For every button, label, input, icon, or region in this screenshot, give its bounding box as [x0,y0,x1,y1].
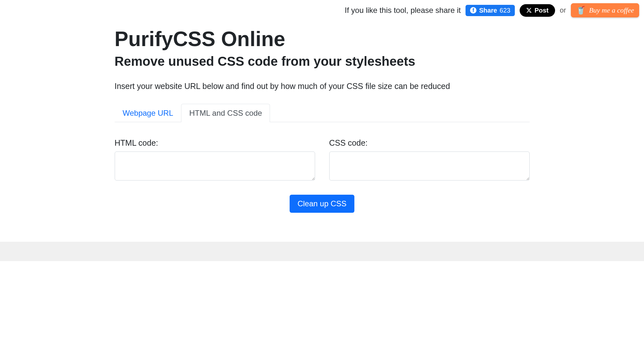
tab-html-css-code[interactable]: HTML and CSS code [181,104,270,122]
share-prompt-text: If you like this tool, please share it [345,6,461,15]
page-title: PurifyCSS Online [115,27,530,51]
x-post-label: Post [534,7,548,14]
html-code-column: HTML code: [115,138,315,182]
coffee-cup-icon: 🥤 [576,6,586,15]
html-code-label: HTML code: [115,138,315,148]
css-code-input[interactable] [329,151,530,181]
html-code-input[interactable] [115,151,315,181]
css-code-label: CSS code: [329,138,530,148]
page-subtitle: Remove unused CSS code from your stylesh… [115,54,530,69]
facebook-share-count: 623 [500,7,510,14]
facebook-share-button[interactable]: f Share 623 [466,5,515,16]
tab-webpage-url[interactable]: Webpage URL [115,104,181,122]
facebook-icon: f [470,7,476,14]
submit-row: Clean up CSS [115,195,530,213]
x-post-button[interactable]: Post [520,4,555,17]
clean-up-css-button[interactable]: Clean up CSS [290,195,354,213]
page-description: Insert your website URL below and find o… [115,82,530,91]
code-input-row: HTML code: CSS code: [115,138,530,182]
buy-me-coffee-label: Buy me a coffee [589,6,634,15]
buy-me-coffee-button[interactable]: 🥤 Buy me a coffee [571,3,639,17]
or-separator-text: or [560,6,566,15]
x-icon [526,7,532,13]
facebook-share-label: Share [479,7,497,14]
main-container: PurifyCSS Online Remove unused CSS code … [90,27,554,213]
top-share-bar: If you like this tool, please share it f… [0,0,644,21]
css-code-column: CSS code: [329,138,530,182]
footer-area [0,242,644,261]
input-mode-tabs: Webpage URL HTML and CSS code [115,104,530,122]
